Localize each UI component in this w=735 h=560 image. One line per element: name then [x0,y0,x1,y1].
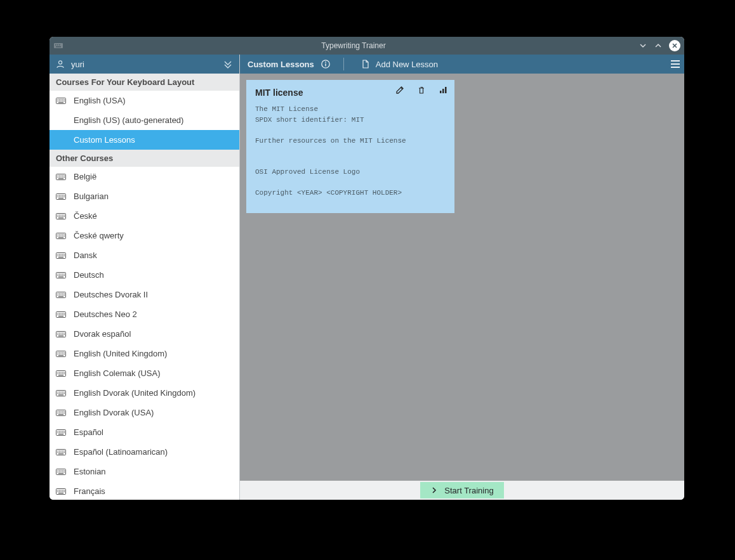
chevron-up-icon [654,42,662,49]
course-item[interactable]: Deutsches Neo 2 [50,304,239,324]
svg-rect-204 [58,471,59,472]
svg-rect-85 [59,275,60,275]
svg-rect-108 [58,314,59,315]
titlebar: Typewriting Trainer [50,37,684,55]
minimize-button[interactable] [639,41,647,50]
svg-rect-218 [61,491,62,492]
course-list[interactable]: Courses For Your Keyboard Layout English… [50,74,239,500]
svg-rect-74 [61,255,62,256]
maximize-button[interactable] [654,41,663,50]
svg-rect-79 [58,273,59,274]
svg-point-5 [58,61,62,64]
svg-rect-72 [58,255,59,256]
svg-rect-87 [62,275,63,275]
svg-rect-194 [61,452,62,452]
close-button[interactable] [669,40,680,51]
svg-rect-226 [442,89,444,93]
user-selector[interactable]: yuri [50,55,239,74]
svg-rect-208 [64,471,65,472]
svg-rect-32 [59,195,60,195]
course-item[interactable]: České [50,206,239,226]
svg-rect-167 [64,411,65,412]
svg-rect-160 [64,393,65,393]
svg-rect-200 [59,470,60,471]
course-item[interactable]: English (United Kingdom) [50,344,239,363]
svg-rect-57 [61,234,62,235]
stats-icon[interactable] [438,85,448,95]
menu-button[interactable] [666,55,684,73]
svg-rect-68 [59,254,60,254]
svg-rect-69 [61,254,62,254]
svg-rect-159 [62,393,63,393]
svg-rect-92 [59,293,60,294]
info-icon[interactable] [321,59,331,69]
svg-rect-212 [59,490,60,490]
svg-rect-77 [58,257,63,257]
edit-icon[interactable] [395,85,405,95]
chevron-right-icon [430,486,438,494]
svg-rect-96 [58,294,59,295]
svg-rect-206 [61,471,62,472]
svg-rect-124 [64,334,65,334]
svg-rect-216 [58,491,59,492]
course-item[interactable]: Français [50,481,239,500]
svg-rect-28 [64,176,65,177]
close-icon [672,42,678,49]
start-training-button[interactable]: Start Training [420,482,503,498]
svg-rect-21 [61,175,62,176]
course-label: English (United Kingdom) [74,349,167,358]
svg-rect-120 [58,334,59,334]
keyboard-icon [56,291,66,299]
svg-rect-17 [58,102,63,103]
course-label: Español [74,427,103,437]
course-item[interactable]: English (USA) [50,91,239,110]
course-item[interactable]: English Colemak (USA) [50,363,239,383]
svg-rect-173 [58,414,63,415]
svg-rect-125 [58,335,63,336]
course-item[interactable]: Custom Lessons [50,130,239,150]
svg-rect-35 [64,195,65,195]
course-item[interactable]: English Dvorak (USA) [50,403,239,422]
svg-rect-134 [61,353,62,354]
new-document-icon [361,59,371,69]
keyboard-icon [56,232,66,240]
svg-rect-27 [62,176,63,177]
svg-rect-178 [62,431,63,431]
app-icon [53,41,63,51]
course-item[interactable]: Dvorak español [50,324,239,344]
course-item[interactable]: Estonian [50,462,239,481]
lesson-card[interactable]: MIT license The MIT License SPDX short i… [246,80,454,213]
svg-rect-149 [58,375,63,375]
svg-rect-34 [62,195,63,195]
add-new-lesson-button[interactable]: Add New Lesson [357,59,442,69]
svg-rect-164 [59,411,60,412]
svg-rect-1 [55,44,56,46]
course-item[interactable]: Bulgarian [50,186,239,206]
course-item[interactable]: Deutsch [50,265,239,285]
sidebar: yuri Courses For Your Keyboard Layout En… [50,55,240,500]
course-item[interactable]: België [50,167,239,186]
svg-rect-88 [64,275,65,275]
svg-rect-76 [64,255,65,256]
course-item[interactable]: Español (Latinoamarican) [50,442,239,462]
svg-rect-110 [61,314,62,315]
course-item[interactable]: English (US) (auto-generated) [50,110,239,130]
delete-icon[interactable] [416,85,427,95]
course-item[interactable]: Deutsches Dvorak II [50,285,239,304]
svg-rect-211 [58,490,59,490]
course-item[interactable]: Dansk [50,245,239,265]
course-label: English Dvorak (USA) [74,408,154,417]
svg-rect-209 [58,473,63,474]
lesson-preview-text: The MIT License SPDX short identifier: M… [255,104,446,199]
course-item[interactable]: České qwerty [50,226,239,245]
svg-rect-152 [59,391,60,392]
course-label: English Dvorak (United Kingdom) [74,388,195,398]
svg-rect-112 [64,314,65,315]
course-item[interactable]: English Dvorak (United Kingdom) [50,383,239,403]
course-item[interactable]: Español [50,422,239,442]
svg-rect-3 [59,44,60,46]
svg-rect-145 [59,373,60,374]
svg-rect-135 [62,353,63,354]
svg-rect-147 [62,373,63,374]
keyboard-icon [56,370,66,377]
